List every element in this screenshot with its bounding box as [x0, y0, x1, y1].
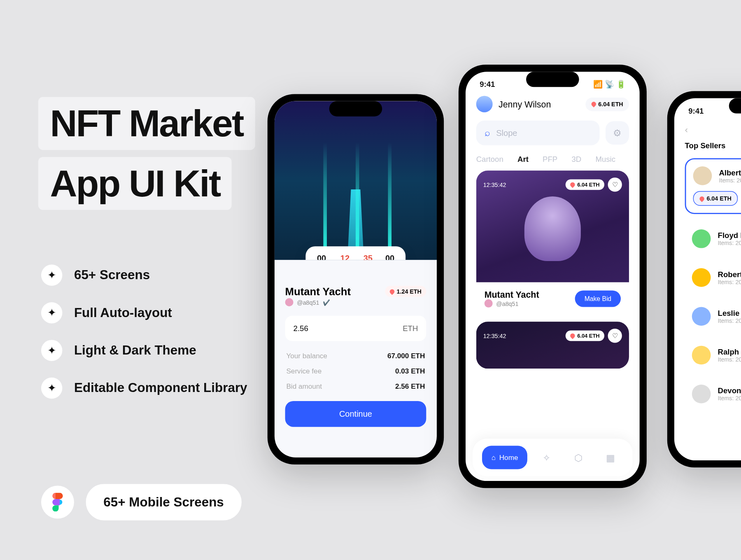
- back-button[interactable]: ‹: [685, 125, 688, 135]
- seller-avatar-icon: [693, 166, 712, 185]
- seller-row[interactable]: Floyd MilesItems: 2069: [685, 224, 741, 254]
- diamond-icon: ✦: [41, 265, 62, 286]
- status-icons: 📶 📡 🔋: [593, 80, 626, 89]
- bid-amount-input[interactable]: 2.56 ETH: [285, 316, 426, 341]
- search-icon: ⌕: [485, 128, 490, 138]
- feature-label: Light & Dark Theme: [74, 343, 196, 358]
- price-chip: 1.24 ETH: [385, 286, 426, 297]
- tab-3d[interactable]: 3D: [571, 155, 581, 163]
- avatar-icon: [476, 96, 493, 112]
- creator-avatar-icon: [285, 298, 294, 306]
- fee-label: Service fee: [286, 367, 322, 375]
- like-button[interactable]: ♡: [608, 329, 622, 343]
- figma-icon: [41, 486, 74, 519]
- nft-card[interactable]: 12:35:42 6.04 ETH ♡: [476, 322, 629, 369]
- seller-price-chip: 6.04 ETH: [693, 191, 738, 206]
- nav-home[interactable]: ⌂Home: [482, 446, 527, 469]
- card-timer: 12:35:42: [483, 182, 506, 188]
- diamond-icon: ✦: [41, 378, 62, 399]
- screens-pill: 65+ Mobile Screens: [86, 484, 241, 520]
- tab-music[interactable]: Music: [595, 155, 615, 163]
- continue-button[interactable]: Continue: [285, 401, 426, 427]
- balance-chip[interactable]: 6.04 ETH: [585, 97, 629, 111]
- tab-pfp[interactable]: PFP: [543, 155, 557, 163]
- card-price-chip: 6.04 ETH: [566, 331, 604, 341]
- countdown-timer: 00Days 12Hours 35Mins 00Secs: [305, 246, 405, 260]
- diamond-icon: ✦: [41, 340, 62, 361]
- creator-row[interactable]: @a8q51✔️: [285, 298, 351, 306]
- feature-label: Editable Component Library: [74, 380, 247, 396]
- feature-label: Full Auto-layout: [74, 305, 172, 320]
- fee-value: 0.03 ETH: [395, 367, 425, 375]
- bid-value: 2.56 ETH: [395, 382, 425, 390]
- nft-hero-image: 00Days 12Hours 35Mins 00Secs: [275, 101, 437, 260]
- seller-row[interactable]: Robert FoxItems: 2069: [685, 262, 741, 293]
- hero-title-line2: App UI Kit: [38, 157, 232, 210]
- like-button[interactable]: ♡: [608, 177, 622, 191]
- balance-value: 67.000 ETH: [387, 352, 425, 360]
- nft-card[interactable]: 12:35:42 6.04 ETH ♡ Mutant Yacht @a8q51 …: [476, 170, 629, 316]
- section-title: Top Sellers: [685, 141, 741, 150]
- nft-title: Mutant Yacht: [285, 286, 351, 298]
- tab-art[interactable]: Art: [517, 155, 529, 163]
- status-time: 9:41: [688, 106, 704, 115]
- balance-label: Your balance: [286, 352, 327, 360]
- card-title: Mutant Yacht: [485, 289, 539, 299]
- tab-cartoon[interactable]: Cartoon: [476, 155, 503, 163]
- search-input[interactable]: ⌕ Slope: [476, 121, 600, 145]
- featured-seller-card[interactable]: Albert Flores Items: 2069 6.04 ETH: [685, 158, 741, 214]
- filter-button[interactable]: ⚙: [606, 121, 629, 145]
- user-profile[interactable]: Jenny Wilson: [476, 96, 551, 112]
- hero-title-line1: NFT Market: [38, 97, 255, 150]
- make-bid-button[interactable]: Make Bid: [575, 290, 621, 307]
- seller-row[interactable]: Leslie AlexanderItems: 2069: [685, 301, 741, 331]
- nav-discover[interactable]: ✧: [534, 446, 559, 469]
- phone-bid-screen: 00Days 12Hours 35Mins 00Secs Mutant Yach…: [268, 94, 444, 464]
- seller-row[interactable]: Ralph EdwardsItems: 2069: [685, 340, 741, 370]
- status-time: 9:41: [480, 80, 495, 89]
- card-price-chip: 6.04 ETH: [566, 180, 604, 190]
- phone-home-screen: 9:41 📶 📡 🔋 Jenny Wilson 6.04 ETH ⌕ Slope…: [459, 65, 647, 488]
- compass-icon: ✧: [543, 452, 550, 463]
- grid-icon: ▦: [606, 452, 615, 463]
- feature-label: 65+ Screens: [74, 268, 150, 283]
- phone-sellers-screen: 9:41 ‹ Top Sellers Albert Flores Items: …: [667, 91, 741, 467]
- nav-more[interactable]: ▦: [597, 446, 623, 469]
- hex-icon: ⬡: [574, 452, 583, 463]
- card-timer: 12:35:42: [483, 333, 506, 339]
- bid-label: Bid amount: [286, 382, 322, 390]
- seller-row[interactable]: Devon LaneItems: 2069: [685, 379, 741, 409]
- feature-list: ✦ 65+ Screens ✦ Full Auto-layout ✦ Light…: [41, 265, 247, 399]
- diamond-icon: ✦: [41, 302, 62, 323]
- home-icon: ⌂: [492, 453, 496, 462]
- nav-create[interactable]: ⬡: [565, 446, 591, 469]
